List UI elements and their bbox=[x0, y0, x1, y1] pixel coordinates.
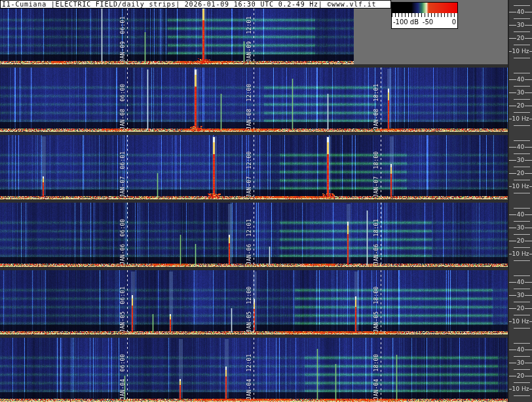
time-gridline-label: JAN-04 06:00 bbox=[119, 346, 126, 400]
freq-tick bbox=[514, 5, 530, 6]
freq-label: 10 Hz bbox=[509, 48, 532, 54]
time-gridline-label: JAN-08 06:00 bbox=[119, 76, 126, 130]
freq-label: 40 bbox=[509, 279, 532, 285]
freq-tick bbox=[514, 73, 530, 73]
freq-tick bbox=[514, 275, 530, 276]
freq-label: 30 bbox=[509, 224, 532, 231]
time-gridline bbox=[381, 203, 381, 267]
freq-label: 30 bbox=[509, 22, 532, 28]
freq-tick bbox=[514, 260, 530, 261]
freq-tick bbox=[514, 382, 530, 383]
freq-tick bbox=[514, 208, 530, 209]
freq-label: 20 bbox=[509, 372, 532, 379]
freq-tick bbox=[514, 99, 530, 100]
freq-label: 10 Hz bbox=[509, 386, 532, 392]
time-gridline bbox=[254, 338, 254, 402]
time-gridline-label: JAN-07 18:00 bbox=[373, 144, 379, 197]
freq-label: 40 bbox=[509, 9, 532, 15]
page-title: I1-Cumiana |ELECTRIC FIELD/daily strips|… bbox=[2, 1, 376, 8]
time-gridline-label: JAN-09 06:01 bbox=[119, 9, 126, 62]
time-gridline bbox=[127, 9, 128, 64]
freq-label: 20 bbox=[509, 305, 532, 312]
time-gridline bbox=[127, 338, 128, 402]
time-gridline-label: JAN-06 06:00 bbox=[119, 211, 126, 265]
freq-tick bbox=[514, 180, 530, 180]
time-gridline bbox=[127, 270, 128, 334]
time-gridline bbox=[254, 9, 254, 64]
time-gridline bbox=[381, 68, 381, 132]
freq-tick bbox=[514, 193, 530, 193]
time-gridline bbox=[127, 203, 128, 267]
freq-tick bbox=[514, 343, 530, 344]
time-gridline-label: JAN-05 18:00 bbox=[373, 279, 379, 332]
freq-tick bbox=[514, 356, 530, 357]
time-gridline-label: JAN-06 18:01 bbox=[373, 211, 379, 265]
time-gridline-label: JAN-05 06:01 bbox=[119, 279, 126, 332]
time-gridline-label: JAN-08 18:01 bbox=[373, 76, 379, 130]
freq-label: 20 bbox=[509, 35, 532, 41]
freq-tick bbox=[514, 395, 530, 396]
freq-tick bbox=[514, 125, 530, 126]
freq-label: 40 bbox=[509, 211, 532, 218]
freq-label: 30 bbox=[509, 89, 532, 96]
freq-tick bbox=[514, 45, 530, 45]
freq-tick bbox=[514, 315, 530, 315]
freq-label: 30 bbox=[509, 292, 532, 298]
time-gridline bbox=[381, 338, 381, 402]
freq-tick bbox=[514, 289, 530, 289]
time-gridline-label: JAN-06 12:01 bbox=[246, 211, 252, 265]
freq-label: 40 bbox=[509, 76, 532, 83]
time-gridline bbox=[127, 68, 128, 132]
legend-min-label: -100 dB bbox=[393, 18, 419, 26]
freq-tick bbox=[514, 18, 530, 19]
time-gridline bbox=[254, 270, 254, 334]
freq-tick bbox=[514, 328, 530, 329]
title-bar: I1-Cumiana |ELECTRIC FIELD/daily strips|… bbox=[0, 0, 391, 9]
freq-label: 10 Hz bbox=[509, 183, 532, 190]
freq-label: 10 Hz bbox=[509, 115, 532, 122]
freq-label: 30 bbox=[509, 359, 532, 366]
freq-tick bbox=[514, 221, 530, 222]
freq-label: 10 Hz bbox=[509, 318, 532, 325]
freq-tick bbox=[514, 369, 530, 370]
legend-gradient-bar bbox=[392, 3, 457, 13]
legend-mid-label: -50 bbox=[423, 18, 433, 26]
time-gridline bbox=[254, 203, 254, 267]
freq-tick bbox=[514, 234, 530, 235]
time-gridline bbox=[381, 135, 381, 199]
freq-tick bbox=[514, 153, 530, 154]
frequency-axis: 40302010 Hz40302010 Hz40302010 Hz4030201… bbox=[508, 0, 532, 402]
freq-label: 20 bbox=[509, 237, 532, 244]
freq-tick bbox=[514, 140, 530, 141]
freq-tick bbox=[514, 31, 530, 32]
db-color-legend: -100 dB -50 0 bbox=[391, 2, 458, 29]
time-gridline-label: JAN-08 12:00 bbox=[246, 76, 252, 130]
freq-tick bbox=[514, 112, 530, 113]
time-gridline bbox=[254, 135, 254, 199]
freq-tick bbox=[514, 58, 530, 58]
freq-label: 40 bbox=[509, 346, 532, 353]
time-gridline bbox=[254, 68, 254, 132]
freq-label: 20 bbox=[509, 102, 532, 109]
time-gridline bbox=[127, 135, 128, 199]
legend-labels: -100 dB -50 0 bbox=[392, 17, 457, 28]
freq-tick bbox=[514, 247, 530, 248]
freq-label: 10 Hz bbox=[509, 251, 532, 257]
freq-label: 30 bbox=[509, 157, 532, 163]
freq-tick bbox=[514, 86, 530, 87]
freq-label: 40 bbox=[509, 144, 532, 150]
time-gridline-label: JAN-07 06:01 bbox=[119, 144, 126, 197]
time-gridline-label: JAN-09 12:01 bbox=[246, 9, 252, 62]
legend-max-label: 0 bbox=[452, 18, 456, 26]
strip-overlays: JAN-09 06:01JAN-09 12:01JAN-08 06:00JAN-… bbox=[0, 0, 508, 402]
time-gridline bbox=[381, 270, 381, 334]
freq-tick bbox=[514, 302, 530, 302]
freq-label: 20 bbox=[509, 170, 532, 176]
vlf-daily-strips-screen: JAN-09 06:01JAN-09 12:01JAN-08 06:00JAN-… bbox=[0, 0, 532, 402]
time-gridline-label: JAN-04 12:01 bbox=[246, 346, 252, 400]
freq-tick bbox=[514, 167, 530, 167]
time-gridline-label: JAN-05 12:00 bbox=[246, 279, 252, 332]
time-gridline-label: JAN-04 18:00 bbox=[373, 346, 379, 400]
time-gridline-label: JAN-07 12:00 bbox=[246, 144, 252, 197]
